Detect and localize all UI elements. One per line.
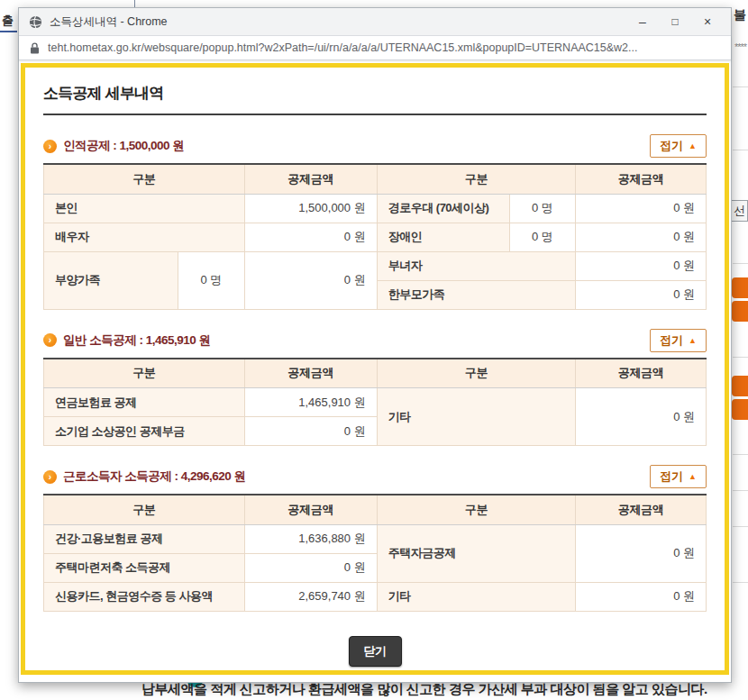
section-bullet-icon: › bbox=[43, 140, 57, 153]
column-header: 공제금액 bbox=[244, 359, 377, 388]
row-amount: 0 원 bbox=[576, 582, 707, 611]
row-amount: 0 원 bbox=[576, 251, 707, 280]
section-general-deduction: › 일반 소득공제 : 1,465,910 원 접기 ▲ 구분 bbox=[43, 329, 707, 447]
wage-deduction-table: 구분 공제금액 구분 공제금액 건강·고용보험료 공제 1,636,880 원 … bbox=[43, 494, 707, 612]
close-button[interactable]: 닫기 bbox=[349, 636, 402, 667]
row-count: 0 명 bbox=[509, 194, 576, 223]
column-header: 구분 bbox=[44, 495, 245, 524]
section-bullet-icon: › bbox=[43, 470, 57, 484]
background-text-fragment: 출 bbox=[2, 13, 14, 29]
row-label: 부양가족 bbox=[44, 251, 178, 309]
popup-content-frame: 소득공제 세부내역 › 인적공제 : 1,500,000 원 접기 ▲ bbox=[21, 63, 729, 675]
table-row: 신용카드, 현금영수증 등 사용액 2,659,740 원 기타 0 원 bbox=[44, 582, 707, 611]
row-amount: 0 원 bbox=[244, 251, 377, 309]
personal-deduction-table: 구분 공제금액 구분 공제금액 본인 1,500,000 원 경로우대 (70세… bbox=[43, 163, 707, 310]
window-controls: – □ × bbox=[626, 8, 731, 35]
row-label: 배우자 bbox=[44, 223, 245, 251]
collapse-button-general[interactable]: 접기 ▲ bbox=[650, 329, 707, 352]
column-header: 공제금액 bbox=[576, 359, 707, 388]
row-amount: 0 원 bbox=[576, 280, 707, 309]
column-header: 공제금액 bbox=[576, 495, 707, 524]
general-deduction-table: 구분 공제금액 구분 공제금액 연금보험료 공제 1,465,910 원 기타 … bbox=[43, 358, 707, 447]
row-label: 부녀자 bbox=[377, 251, 576, 280]
column-header: 구분 bbox=[377, 359, 576, 388]
triangle-up-icon: ▲ bbox=[689, 336, 697, 345]
background-divider bbox=[733, 357, 748, 358]
row-amount: 0 원 bbox=[244, 223, 377, 251]
row-label: 경로우대 (70세이상) bbox=[377, 194, 509, 223]
table-row: 연금보험료 공제 1,465,910 원 기타 0 원 bbox=[44, 388, 707, 417]
row-count: 0 명 bbox=[509, 223, 576, 251]
background-orange-button[interactable] bbox=[732, 301, 748, 322]
row-label: 기타 bbox=[377, 582, 576, 611]
row-amount: 1,500,000 원 bbox=[244, 194, 377, 223]
row-amount: 0 원 bbox=[576, 194, 707, 223]
table-row: 본인 1,500,000 원 경로우대 (70세이상) 0 명 0 원 bbox=[44, 194, 707, 223]
minimize-button[interactable]: – bbox=[626, 8, 659, 35]
background-divider bbox=[733, 526, 748, 527]
close-window-button[interactable]: × bbox=[691, 8, 724, 35]
background-text-fragment: 불 bbox=[734, 7, 746, 23]
row-label: 신용카드, 현금영수증 등 사용액 bbox=[44, 582, 245, 611]
background-orange-button[interactable] bbox=[732, 376, 748, 396]
row-count: 0 명 bbox=[178, 251, 245, 309]
background-masked-text: **** bbox=[734, 41, 746, 52]
column-header: 공제금액 bbox=[244, 495, 377, 524]
background-divider bbox=[134, 0, 135, 7]
row-label: 주택마련저축 소득공제 bbox=[44, 553, 245, 582]
section-bullet-icon: › bbox=[43, 333, 57, 347]
background-divider bbox=[733, 582, 748, 583]
collapse-label: 접기 bbox=[660, 138, 683, 154]
background-divider bbox=[733, 150, 748, 150]
row-amount: 0 원 bbox=[576, 223, 707, 251]
background-divider bbox=[733, 454, 748, 455]
background-orange-button[interactable] bbox=[732, 399, 748, 420]
section-wage-earner-deduction: › 근로소득자 소득공제 : 4,296,620 원 접기 ▲ 구분 bbox=[43, 465, 707, 612]
row-label: 소기업 소상공인 공제부금 bbox=[44, 417, 245, 446]
collapse-label: 접기 bbox=[660, 468, 683, 485]
page-title: 소득공제 세부내역 bbox=[43, 83, 707, 115]
background-orange-button[interactable] bbox=[732, 277, 748, 298]
background-divider bbox=[733, 86, 748, 87]
column-header: 구분 bbox=[44, 164, 245, 194]
row-amount: 0 원 bbox=[244, 417, 377, 446]
row-label: 장애인 bbox=[377, 223, 509, 251]
row-amount: 1,636,880 원 bbox=[244, 524, 377, 553]
table-row: 부양가족 0 명 0 원 부녀자 0 원 bbox=[44, 251, 707, 280]
address-bar[interactable]: teht.hometax.go.kr/websquare/popup.html?… bbox=[19, 36, 731, 60]
row-amount: 0 원 bbox=[576, 524, 707, 582]
collapse-button-personal[interactable]: 접기 ▲ bbox=[650, 134, 707, 158]
section-heading: 인적공제 : 1,500,000 원 bbox=[63, 138, 650, 154]
column-header: 구분 bbox=[44, 359, 245, 388]
window-titlebar[interactable]: 소득상세내역 - Chrome – □ × bbox=[19, 8, 731, 36]
background-divider bbox=[733, 490, 748, 491]
window-title: 소득상세내역 - Chrome bbox=[50, 14, 626, 30]
column-header: 공제금액 bbox=[244, 164, 377, 194]
section-personal-deduction: › 인적공제 : 1,500,000 원 접기 ▲ 구분 bbox=[43, 134, 707, 310]
collapse-label: 접기 bbox=[660, 332, 683, 349]
row-label: 한부모가족 bbox=[377, 280, 576, 309]
row-label: 연금보험료 공제 bbox=[44, 388, 245, 417]
row-amount: 0 원 bbox=[244, 553, 377, 582]
section-heading: 근로소득자 소득공제 : 4,296,620 원 bbox=[63, 468, 650, 485]
section-heading: 일반 소득공제 : 1,465,910 원 bbox=[63, 332, 650, 349]
globe-icon bbox=[29, 15, 42, 29]
column-header: 공제금액 bbox=[576, 164, 707, 194]
column-header: 구분 bbox=[377, 164, 576, 194]
collapse-button-wage[interactable]: 접기 ▲ bbox=[650, 465, 707, 488]
chrome-popup-window: 소득상세내역 - Chrome – □ × teht.hometax.go.kr… bbox=[18, 7, 732, 683]
screen: 출 불 **** 선 납부세액을 적게 신고하거나 환급세액을 많이 신고한 경… bbox=[0, 0, 748, 700]
maximize-button[interactable]: □ bbox=[659, 8, 691, 35]
url-text: teht.hometax.go.kr/websquare/popup.html?… bbox=[48, 41, 638, 54]
row-label: 기타 bbox=[377, 388, 576, 446]
background-notice-text: 납부세액을 적게 신고하거나 환급세액을 많이 신고한 경우 가산세 부과 대상… bbox=[141, 681, 707, 698]
row-label: 건강·고용보험료 공제 bbox=[44, 524, 245, 553]
table-row: 건강·고용보험료 공제 1,636,880 원 주택자금공제 0 원 bbox=[44, 524, 707, 553]
row-amount: 1,465,910 원 bbox=[244, 388, 377, 417]
table-row: 배우자 0 원 장애인 0 명 0 원 bbox=[44, 223, 707, 251]
row-label: 본인 bbox=[44, 194, 245, 223]
row-amount: 2,659,740 원 bbox=[244, 582, 377, 611]
triangle-up-icon: ▲ bbox=[689, 141, 697, 150]
background-divider bbox=[733, 263, 748, 264]
lock-icon bbox=[30, 42, 40, 54]
